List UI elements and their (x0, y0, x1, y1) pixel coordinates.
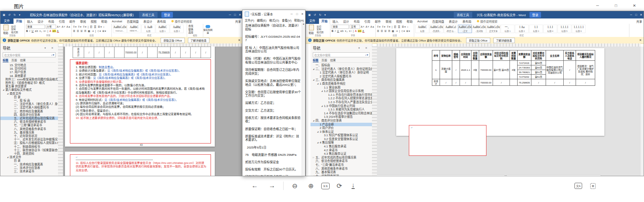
style-chip[interactable]: AaBbCKBW H... (127, 25, 141, 33)
ribbon-tab-开始[interactable]: 开始 (319, 18, 330, 24)
nav-item[interactable]: 十、近年财务状况 (0, 134, 58, 138)
document-canvas-right[interactable]: 序号货物名称规格型号合同供货时间合同供货数量合同供货金额对应合同在投标文件中的页… (377, 47, 641, 176)
get-office-button[interactable]: 获取正版 Office (466, 38, 490, 43)
nav-item[interactable]: 1.3.1 未被列为失信被执行人 (310, 108, 372, 112)
minimize-icon[interactable]: ─ (629, 13, 634, 17)
document-page-user-eval[interactable]: 辽宁辽河兴东高新技术有限公司 .2 用户评价 (377, 175, 505, 176)
ribbon-tab-表布局[interactable]: 表布局 (460, 19, 473, 23)
nav-item[interactable]: 九、基本情况表 (310, 170, 372, 174)
ribbon-tab-邮件[interactable]: 邮件 (67, 19, 78, 23)
nav-item[interactable]: 九、基本情况表 (0, 131, 58, 134)
nav-item[interactable]: 3.1 知识产权管理体系认证 (310, 134, 372, 137)
nav-item[interactable]: 十四、其他资料 (0, 152, 58, 155)
style-chip[interactable]: AaBbC标题 1 (156, 25, 169, 33)
nav-item[interactable]: 七、“三商”廉洁承诺书 (0, 124, 58, 127)
nav-expand-icon[interactable]: ◢ (321, 104, 324, 108)
nav-item[interactable]: 四、商务评分应答表 (0, 113, 58, 117)
maximize-icon[interactable]: □ (634, 13, 639, 17)
share-button[interactable]: 共享 (235, 19, 241, 23)
ribbon-tab-布局[interactable]: 布局 (351, 19, 362, 23)
document-page-system-cert[interactable]: 辽宁辽河兴东高新技术有限公司 .3 体系认证 .3.1 知识产权管理体系认证 ↵… (507, 175, 601, 176)
login-button[interactable]: 登录 (161, 12, 173, 18)
next-image-button[interactable]: → (266, 180, 278, 192)
clipboard-item[interactable]: 复制 (317, 28, 324, 31)
notepad-window-controls[interactable]: ─□✕ (289, 12, 305, 16)
editing-item[interactable]: 查找 (188, 25, 202, 28)
nav-item[interactable]: 2 用户评价 (310, 126, 372, 130)
ribbon-tab-插入[interactable]: 插入 (25, 19, 35, 23)
nav-item[interactable]: ◢四、商务评分应答表 (310, 119, 372, 123)
nav-item[interactable]: ▷五、近年完成的类似项目情况表 (310, 156, 372, 160)
ribbon-tab-帮助[interactable]: 帮助 (404, 19, 415, 23)
style-chip[interactable]: 1.1标题 3 (529, 25, 543, 33)
document-scrollbar[interactable] (640, 47, 644, 176)
nav-item[interactable]: 1.2.1 不存在行政处罚未执行完毕的情形 (310, 93, 372, 97)
ribbon-tab-百度网盘[interactable]: 百度网盘 (124, 19, 141, 23)
nav-item[interactable]: ◢技术文件 (0, 155, 58, 159)
clipboard-item[interactable]: 复制 (11, 28, 18, 31)
ribbon-tab-表设计[interactable]: 表设计 (446, 19, 460, 23)
nav-item[interactable]: ◢3 体系认证 (310, 130, 372, 134)
learn-more-button[interactable]: 了解详细信息 (493, 38, 515, 43)
ribbon-tab-设计[interactable]: 设计 (35, 19, 46, 23)
nav-item[interactable]: 4.2 承诺书 (310, 149, 372, 152)
nav-item[interactable]: 15. 交付地点 (0, 63, 58, 67)
nav-item[interactable]: ◢4 售后保障 (310, 141, 372, 145)
nav-item[interactable]: 1.4 不存在违反中油集团公司和吉林油田公司... (310, 112, 372, 115)
nav-item[interactable]: 七、“三商”廉洁承诺书 (310, 163, 372, 167)
nav-item[interactable]: 4.3 售后服务认证 (310, 152, 372, 156)
nav-item[interactable]: 十三、联合体协议书（如果是联合体投标） (0, 149, 58, 152)
style-chip[interactable]: AaBbCcDdE正文文本 (486, 25, 500, 33)
nav-expand-icon[interactable]: ◢ (317, 141, 320, 145)
nav-item[interactable]: 一、技术响应及偏离表 (0, 163, 58, 166)
nav-item[interactable]: 二、法定代表人授权委托书 (0, 106, 58, 109)
nav-item[interactable]: ◢商务文件 (0, 92, 58, 95)
font-grow-shrink-icons[interactable]: A˄ A˅ Aa (57, 25, 70, 29)
style-chip[interactable]: 1.1.1标题 4 (543, 25, 557, 33)
style-chip[interactable]: AaBbCcl↓样式 标... (444, 25, 458, 33)
paste-button[interactable]: 粘贴 (307, 25, 315, 35)
font-size-select[interactable]: 六号 (46, 25, 56, 29)
nav-expand-icon[interactable]: ◢ (313, 119, 315, 123)
nav-item[interactable]: 1.5 2024年度审计报告 (310, 115, 372, 119)
nav-item[interactable]: 目 录 (0, 159, 58, 162)
notepad-menu-item[interactable]: 查看(V) (282, 18, 291, 22)
login-button[interactable]: 登录 (529, 12, 541, 18)
nav-collapse-close-icons[interactable]: ▾ ✕ (359, 47, 370, 50)
ribbon-tab-视图[interactable]: 视图 (394, 19, 405, 23)
banner-close-icon[interactable]: ✕ (639, 38, 642, 42)
nav-item[interactable]: ◢三、商务响应及偏离表 (310, 78, 372, 82)
close-icon[interactable]: ✕ (300, 12, 305, 16)
nav-search-input[interactable]: 在文档中搜索⌕▾ (313, 52, 370, 57)
ribbon-tab-设计[interactable]: 设计 (341, 19, 352, 23)
notepad-menu-item[interactable]: 帮助(H) (294, 18, 304, 22)
notepad-menu-item[interactable]: 格式(O) (269, 18, 279, 22)
ribbon-tab-审阅[interactable]: 审阅 (383, 19, 394, 23)
ribbon-tab-帮助[interactable]: 帮助 (99, 19, 110, 23)
nav-item[interactable]: 附件五：《验收合格证书》格式 (0, 81, 58, 85)
actual-size-button[interactable]: 1:1 (320, 180, 331, 192)
style-chip[interactable]: AnBbC标题 (415, 25, 429, 33)
nav-item[interactable]: 附件三：xxxx框架采购合同履约保函格式 (0, 78, 58, 81)
editing-item[interactable]: 替换 (188, 28, 202, 32)
ribbon-tab-引用[interactable]: 引用 (362, 19, 373, 23)
ribbon-tab-表布局[interactable]: 表布局 (154, 19, 168, 23)
notepad-menu-item[interactable]: 文件(F) (245, 18, 254, 22)
maximize-icon[interactable]: □ (294, 12, 300, 16)
nav-item[interactable]: 一、投标函 (310, 63, 372, 67)
extract-text-icon[interactable]: ≣ (587, 180, 599, 192)
nav-item[interactable]: 二、技术评分应答表 (0, 166, 58, 170)
nav-item[interactable]: 18. 其他要求 (0, 74, 58, 78)
ribbon-tab-文件[interactable]: 文件 (0, 18, 13, 24)
nav-item[interactable]: 一、投 标 函 (0, 99, 58, 102)
viewer-close-button[interactable]: ✕ (626, 0, 643, 11)
nav-item[interactable]: 1.1 营业执照 (310, 86, 372, 90)
ribbon-tab-视图[interactable]: 视图 (88, 19, 99, 23)
nav-item[interactable]: 三、技术承诺书 (0, 170, 58, 173)
list-icons[interactable]: ⠿▾ ⠿▾ ⠿▾ | 巨 亘 ☰▾ ↕ (377, 25, 413, 29)
minimize-icon[interactable]: ─ (289, 12, 294, 16)
word-left-window-controls[interactable]: ─□✕ (227, 13, 242, 17)
style-chip[interactable]: AaBbCcDdE↓无间隔 (472, 25, 486, 33)
ribbon-tab-布局[interactable]: 布局 (46, 19, 56, 23)
tell-me-search[interactable]: 操作说明搜索 (477, 19, 498, 23)
